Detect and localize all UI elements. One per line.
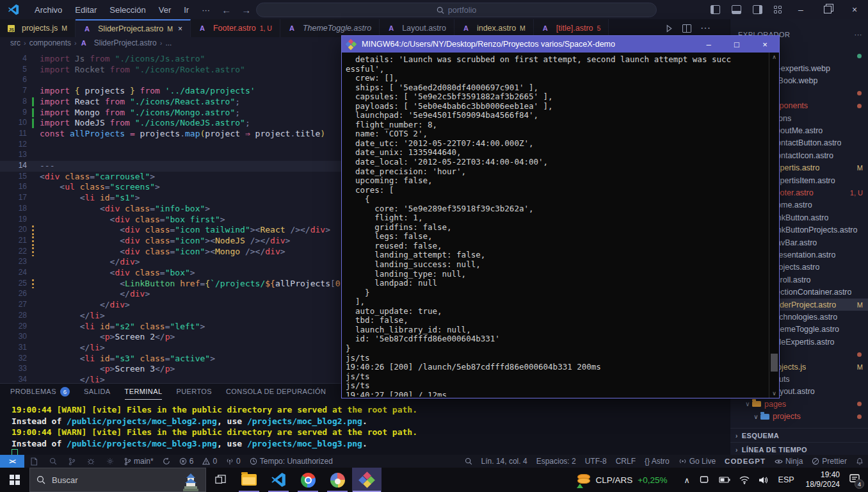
command-center-search[interactable]: portfolio [256,3,657,17]
status-l-n-14-col-4[interactable]: Lín. 14, col. 4 [477,457,532,466]
clock-date: 18/9/2024 [806,480,840,489]
terminal-scrollbar[interactable]: ∧ ∨ [769,53,779,398]
menu-item-editar[interactable]: Editar [68,5,103,15]
toggle-sidebar-icon[interactable] [711,5,720,14]
task-view-icon[interactable] [206,468,234,492]
taskbar-app-explorer[interactable] [234,468,264,492]
line-number: 33 [0,364,27,373]
taskbar-app-vscode[interactable] [264,468,293,492]
notification-badge: 4 [855,479,864,489]
mingw-terminal-window[interactable]: MINGW64:/c/Users/NY/Desktop/Renzo/Proyec… [341,35,780,398]
panel-tab-salida[interactable]: SALIDA [84,384,111,399]
tab-themetoggle-astro[interactable]: AThemeToggle.astro [280,19,380,37]
panel-tab-terminal[interactable]: TERMINAL [125,384,163,400]
start-button[interactable] [0,468,29,492]
breadcrumb-item[interactable]: components [29,38,71,47]
status-file[interactable] [24,457,44,466]
panel-tab-consola-de-depuraci-n[interactable]: CONSOLA DE DEPURACIÓN [226,384,326,399]
status-search[interactable] [44,457,63,465]
clock[interactable]: 19:40 18/9/2024 [806,470,840,489]
section-esquema[interactable]: ›ESQUEMA [730,428,868,443]
terminal-titlebar[interactable]: MINGW64:/c/Users/NY/Desktop/Renzo/Proyec… [342,36,779,53]
folder-projects[interactable]: ∨projects [730,411,868,423]
menu-item-[interactable]: ··· [195,5,216,15]
tab-layout-astro[interactable]: ALayout.astro [380,19,454,37]
terminal-close-button[interactable]: × [751,36,779,53]
tab--title-astro[interactable]: A[title].astro5 [534,19,609,37]
run-icon[interactable] [665,24,673,33]
notifications-icon[interactable]: 4 [849,473,860,486]
explorer-more-icon[interactable]: ··· [855,31,863,38]
terminal-minimize-button[interactable]: – [695,36,723,53]
tray-chevron-icon[interactable]: ∧ [684,475,689,485]
menu-item-ir[interactable]: Ir [177,5,195,15]
status-error-6[interactable]: 6 [175,457,198,466]
remote-indicator[interactable]: >< [0,455,24,468]
status-branch[interactable] [63,457,81,466]
minimize-button[interactable]: – [787,0,814,19]
taskbar-app-msys2[interactable] [352,468,382,492]
ticker-pair[interactable]: CLP/ARS [595,475,632,485]
status-prettier[interactable]: Prettier [807,457,851,466]
system-tray: CLP/ARS +0,25% ∧ ‹ ESP 19:40 18/9/2024 4 [576,468,868,492]
tab-sliderproject-astro[interactable]: ASliderProject.astroM× [76,19,191,37]
status-ninja[interactable]: Ninja [770,457,807,466]
more-actions-icon[interactable]: ··· [700,22,711,34]
status-utf-8[interactable]: UTF-8 [581,457,611,466]
menu-item-seleccin[interactable]: Selección [103,5,152,15]
terminal-content[interactable]: details: 'Launch was scrubbed on first a… [346,55,766,397]
language-indicator[interactable]: ESP [778,475,794,484]
tab-footer-astro[interactable]: AFooter.astro1, U [191,19,280,37]
ticker-coins-icon[interactable] [576,473,590,487]
taskbar-app-chrome[interactable] [293,468,323,492]
terminal-maximize-button[interactable]: □ [723,36,751,53]
nav-forward-icon[interactable]: → [236,4,256,15]
tab-close-icon[interactable]: × [178,24,182,33]
tab-index-astro[interactable]: Aindex.astroM [454,19,534,37]
scrollbar-thumb[interactable] [771,354,778,372]
status-warning-0[interactable]: 0 [198,457,221,466]
split-editor-icon[interactable] [682,24,691,33]
bell-icon [856,457,864,466]
menu-item-ver[interactable]: Ver [152,5,178,15]
breadcrumb-item[interactable]: ... [165,38,172,47]
line-number: 28 [0,311,27,320]
wifi-icon[interactable] [739,476,750,484]
status-branch-main-[interactable]: main* [120,457,158,466]
close-button[interactable]: × [841,0,868,19]
ticker-change[interactable]: +0,25% [638,475,667,485]
folder-pages[interactable]: ∨pages [730,398,868,410]
status-codegpt[interactable]: CODEGPT [720,457,770,465]
status-bell[interactable] [851,457,868,466]
breadcrumb-item[interactable]: SliderProject.astro [94,38,157,47]
status-bug[interactable] [81,457,100,465]
status-gear[interactable] [100,457,120,465]
panel-tab-problemas[interactable]: PROBLEMAS6 [10,384,70,399]
status-crlf[interactable]: CRLF [611,457,640,466]
menu-item-archivo[interactable]: Archivo [28,5,68,15]
line-number: 14 [0,161,27,170]
volume-icon[interactable] [759,476,769,484]
status-sync[interactable] [158,457,175,465]
status-clock-tempo-unauthorized[interactable]: Tempo: Unauthorized [245,457,337,466]
toggle-panel-icon[interactable] [732,5,741,14]
status-antenna-0[interactable]: 0 [221,457,245,466]
status-go-live[interactable]: Go Live [674,457,720,466]
battery-icon[interactable] [719,476,730,484]
line-number: 10 [0,118,27,127]
device-icon[interactable]: ‹ [700,475,710,484]
panel-tab-puertos[interactable]: PUERTOS [176,384,212,399]
status-search[interactable] [460,457,477,465]
tab-projects-js[interactable]: JSprojects.jsM [0,19,76,37]
nav-back-icon[interactable]: ← [216,4,236,15]
customize-layout-icon[interactable] [774,6,782,13]
toggle-secondary-sidebar-icon[interactable] [753,5,762,14]
status-espacios-2[interactable]: Espacios: 2 [532,457,581,466]
breadcrumb-item[interactable]: src [10,38,20,47]
taskbar-search[interactable]: Buscar [29,468,206,492]
taskbar-app-paint[interactable] [323,468,352,492]
status--astro[interactable]: {} Astro [640,457,674,466]
git-status-badge: M [857,164,863,172]
restore-button[interactable] [814,0,841,19]
terminal-output[interactable]: 19:00:44 [WARN] [vite] Files in the publ… [12,404,417,461]
